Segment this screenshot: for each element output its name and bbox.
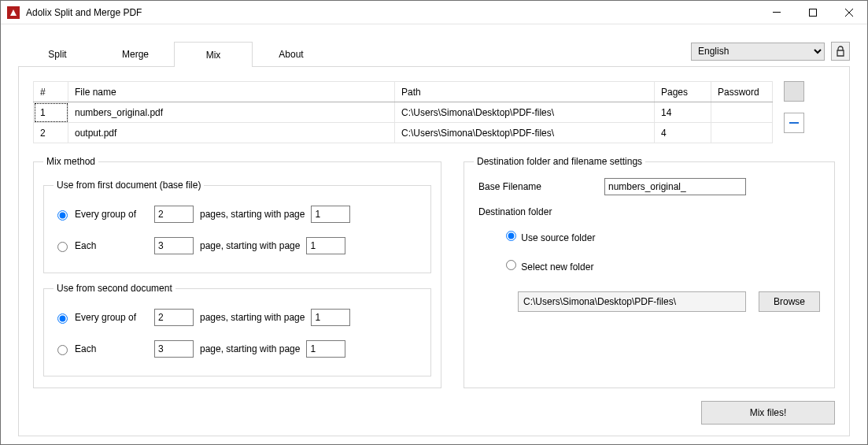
remove-file-button[interactable]	[784, 113, 804, 133]
base-filename-label: Base Filename	[478, 181, 589, 192]
tab-panel-mix: # File name Path Pages Password 1 number…	[18, 66, 850, 436]
titlebar: Adolix Split and Merge PDF	[1, 1, 867, 24]
base-filename-input[interactable]	[604, 178, 746, 195]
second-every-start[interactable]	[311, 309, 350, 326]
second-each-n[interactable]	[154, 340, 194, 358]
second-each-radio[interactable]: Each	[54, 343, 148, 355]
first-doc-legend: Use from first document (base file)	[54, 180, 204, 191]
tab-about[interactable]: About	[252, 42, 331, 67]
tab-split[interactable]: Split	[18, 42, 97, 67]
file-table: # File name Path Pages Password 1 number…	[33, 81, 773, 143]
svg-rect-1	[810, 9, 817, 16]
first-every-radio[interactable]: Every group of	[54, 208, 148, 221]
first-every-n[interactable]	[154, 206, 194, 223]
table-row[interactable]: 2 output.pdf C:\Users\Simona\Desktop\PDF…	[34, 123, 773, 143]
col-file[interactable]: File name	[68, 82, 395, 102]
app-icon	[7, 6, 20, 19]
second-every-radio[interactable]: Every group of	[54, 311, 148, 324]
col-path[interactable]: Path	[395, 82, 655, 102]
mix-files-button[interactable]: Mix files!	[701, 401, 835, 425]
col-pages[interactable]: Pages	[655, 82, 711, 102]
destination-path-input[interactable]	[518, 291, 746, 312]
second-doc-legend: Use from second document	[54, 283, 175, 294]
destination-legend: Destination folder and filename settings	[474, 156, 645, 167]
second-each-start[interactable]	[306, 340, 345, 358]
first-each-n[interactable]	[154, 237, 194, 254]
browse-button[interactable]: Browse	[759, 291, 820, 312]
language-select[interactable]: English	[691, 43, 825, 61]
minimize-button[interactable]	[759, 1, 795, 24]
window-title: Adolix Split and Merge PDF	[24, 7, 759, 18]
close-button[interactable]	[831, 1, 867, 24]
first-each-start[interactable]	[306, 237, 345, 254]
first-doc-group: Use from first document (base file) Ever…	[43, 180, 431, 273]
second-every-n[interactable]	[154, 309, 194, 326]
minus-icon	[789, 122, 799, 124]
table-row[interactable]: 1 numbers_original.pdf C:\Users\Simona\D…	[34, 102, 773, 123]
content-area: Split Merge Mix About English # Fil	[1, 24, 867, 445]
app-window: Adolix Split and Merge PDF Split Merge M…	[0, 0, 868, 445]
first-every-start[interactable]	[311, 206, 350, 223]
svg-rect-0	[773, 12, 781, 13]
destination-group: Destination folder and filename settings…	[464, 156, 835, 388]
tab-mix[interactable]: Mix	[174, 42, 253, 67]
use-source-radio[interactable]: Use source folder	[502, 228, 820, 243]
second-doc-group: Use from second document Every group of …	[43, 283, 431, 376]
destination-folder-label: Destination folder	[478, 206, 820, 217]
mix-method-group: Mix method Use from first document (base…	[33, 156, 441, 388]
maximize-button[interactable]	[795, 1, 831, 24]
tab-strip: Split Merge Mix About	[18, 42, 330, 67]
lock-button[interactable]	[831, 42, 850, 61]
tab-merge[interactable]: Merge	[96, 42, 175, 67]
select-new-radio[interactable]: Select new folder	[502, 258, 820, 273]
col-password[interactable]: Password	[711, 82, 773, 102]
first-each-radio[interactable]: Each	[54, 239, 148, 252]
lock-icon	[836, 46, 845, 57]
add-file-button[interactable]	[784, 81, 804, 102]
mix-method-legend: Mix method	[43, 156, 98, 167]
col-num[interactable]: #	[34, 82, 68, 102]
